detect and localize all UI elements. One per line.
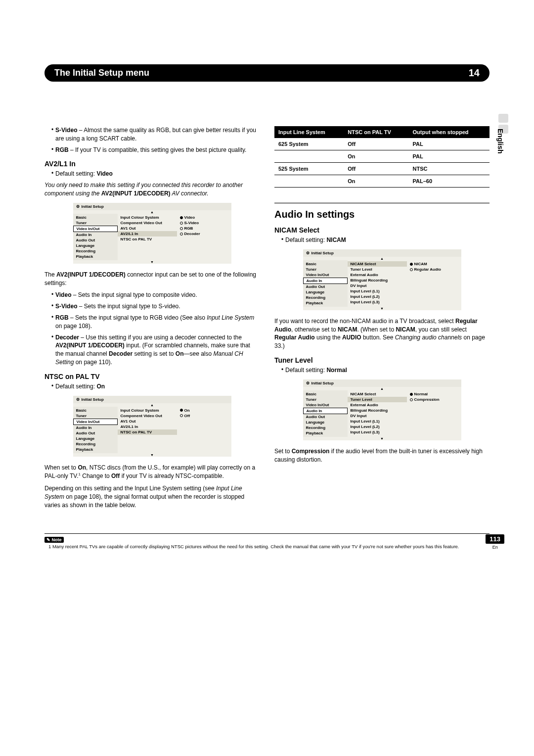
left-column: • S-Video – Almost the same quality as R… (44, 126, 260, 514)
osd-screenshot-av2: ⚙Initial Setup ▲ BasicTunerVideo In/OutA… (73, 203, 231, 264)
after-osd1: The AV2(INPUT 1/DECODER) connector input… (44, 271, 260, 287)
table-cell: On (344, 175, 408, 188)
table-cell: 525 System (274, 163, 344, 175)
gear-icon: ⚙ (306, 251, 310, 255)
table-cell: 625 System (274, 138, 344, 150)
table-row: OnPAL (274, 150, 490, 163)
osd-menu-item: Playback (303, 430, 348, 436)
table-cell: Off (344, 138, 408, 150)
osd-menu-item: Input Colour System (118, 408, 177, 413)
osd-menu-item: Audio In (73, 232, 118, 237)
osd-menu-item: Video In/Out (73, 419, 118, 425)
osd-menu-item: Bilingual Recording (348, 278, 407, 283)
osd-menu-item: Bilingual Recording (348, 408, 407, 413)
osd-menu-item: NTSC on PAL TV (118, 236, 177, 242)
osd-menu-item: Input Level (L1) (348, 419, 407, 424)
osd-option-item: Video (177, 215, 231, 220)
osd-menu-item: Audio Out (73, 430, 118, 436)
table-cell: PAL (409, 150, 490, 163)
default-tuner: Default setting: Normal (285, 366, 490, 375)
language-tab: English (496, 129, 504, 154)
osd-option-item: NICAM (407, 261, 461, 267)
osd-right-menu: VideoS-VideoRGBDecoder (177, 214, 231, 260)
osd-menu-item: External Audio (348, 402, 407, 408)
section-divider (274, 202, 490, 204)
osd-menu-item: Tuner Level (348, 267, 407, 272)
output-table: Input Line System NTSC on PAL TV Output … (274, 126, 490, 188)
osd-menu-item: Language (73, 436, 118, 441)
osd-option-item: Regular Audio (407, 267, 461, 272)
osd-option-item: RGB (177, 226, 231, 231)
footnote-area: Note 1 Many recent PAL TVs are capable o… (44, 533, 490, 550)
osd-menu-item: Playback (73, 254, 118, 259)
osd-menu-item: Input Level (L1) (348, 288, 407, 294)
osd-menu-item: Input Colour System (118, 215, 177, 220)
th-input-line: Input Line System (274, 126, 344, 138)
default-ntsc: Default setting: On (55, 382, 260, 391)
osd-menu-item: Recording (73, 248, 118, 254)
opt-rgb: RGB – Sets the input signal type to RGB … (55, 314, 260, 331)
osd-menu-item: Basic (73, 215, 118, 220)
osd-menu-item: Tuner (73, 220, 118, 226)
gear-icon: ⚙ (306, 381, 310, 385)
osd-menu-item: Recording (73, 441, 118, 447)
table-cell: NTSC (409, 163, 490, 175)
osd-menu-item: NICAM Select (348, 261, 407, 267)
osd-menu-item: Audio In (73, 425, 118, 430)
osd-menu-item: Audio Out (303, 284, 348, 289)
bullet-rgb: RGB – If your TV is compatible, this set… (55, 146, 260, 154)
osd-menu-item: AV1 Out (118, 419, 177, 424)
osd-menu-item: Audio In (303, 278, 348, 284)
osd-option-item: Compression (407, 397, 461, 402)
osd-menu-item: Audio Out (73, 237, 118, 243)
av2-note: You only need to make this setting if yo… (44, 181, 260, 198)
heading-tuner-level: Tuner Level (274, 356, 490, 364)
note-badge: Note (44, 537, 64, 543)
osd-option-item: Off (177, 413, 231, 419)
osd-menu-item: Basic (303, 391, 348, 397)
osd-menu-item: Tuner Level (348, 397, 407, 402)
after-osd2-p1: When set to On, NTSC discs (from the U.S… (44, 464, 260, 481)
footnote-text: 1 Many recent PAL TVs are capable of cor… (44, 544, 490, 550)
osd-menu-item: Tuner (73, 413, 118, 419)
right-column: Input Line System NTSC on PAL TV Output … (274, 126, 490, 514)
osd-left-menu: BasicTunerVideo In/OutAudio InAudio OutL… (73, 214, 118, 260)
heading-audio-in: Audio In settings (274, 209, 490, 220)
table-cell: PAL–60 (409, 175, 490, 188)
osd-menu-item: Recording (303, 425, 348, 430)
after-osd2-p2: Depending on this setting and the Input … (44, 484, 260, 509)
table-cell: Off (344, 163, 408, 175)
chapter-number: 14 (469, 67, 480, 79)
osd-screenshot-tuner: ⚙Initial Setup ▲ BasicTunerVideo In/OutA… (303, 379, 461, 440)
osd-menu-item: Input Level (L3) (348, 429, 407, 435)
osd-menu-item: Tuner (303, 397, 348, 402)
osd-menu-item: DV Input (348, 413, 407, 419)
default-nicam: Default setting: NICAM (285, 236, 490, 244)
gear-icon: ⚙ (76, 397, 80, 402)
heading-nicam: NICAM Select (274, 226, 490, 234)
osd-menu-item: Input Level (L2) (348, 294, 407, 299)
table-row: 525 SystemOffNTSC (274, 163, 490, 175)
osd-mid-menu: Input Colour SystemComponent Video OutAV… (118, 214, 177, 260)
heading-ntsc: NTSC on PAL TV (44, 373, 260, 380)
osd-menu-item: Language (303, 420, 348, 425)
osd-menu-item: AV2/L1 In (118, 231, 177, 236)
osd-menu-item: Tuner (303, 267, 348, 272)
table-cell: On (344, 150, 408, 163)
osd-menu-item: AV1 Out (118, 226, 177, 231)
osd-menu-item: Video In/Out (303, 272, 348, 278)
osd-menu-item: Recording (303, 295, 348, 300)
osd-option-item: Decoder (177, 231, 231, 236)
page-number: 113 En (486, 534, 504, 550)
osd-menu-item: Component Video Out (118, 413, 177, 419)
page: English The Initial Setup menu 14 • S-Vi… (0, 0, 534, 574)
osd-option-item: Normal (407, 391, 461, 397)
table-cell (274, 150, 344, 163)
osd-menu-item: Audio In (303, 408, 348, 414)
osd-menu-item: Input Level (L3) (348, 299, 407, 305)
table-row: 625 SystemOffPAL (274, 138, 490, 150)
osd-menu-item: Language (73, 243, 118, 248)
chapter-header: The Initial Setup menu 14 (44, 64, 490, 82)
osd-menu-item: NICAM Select (348, 391, 407, 397)
opt-decoder: Decoder – Use this setting if you are us… (55, 333, 260, 367)
